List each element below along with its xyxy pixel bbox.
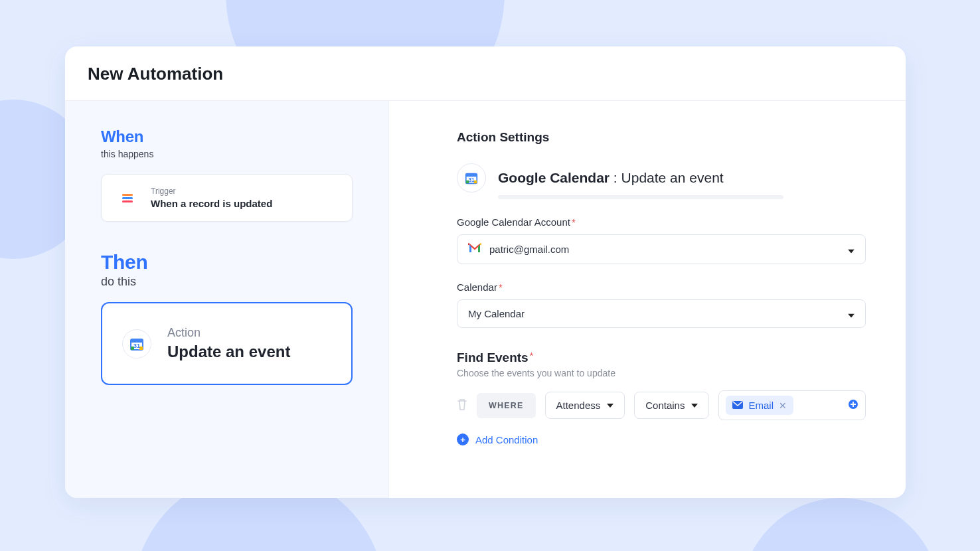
find-events-section: Find Events* Choose the events you want …: [457, 351, 866, 445]
trigger-card[interactable]: Trigger When a record is updated: [101, 174, 353, 222]
add-condition-label: Add Condition: [475, 434, 538, 445]
delete-condition-button[interactable]: [457, 398, 467, 413]
account-value: patric@gmail.com: [489, 244, 569, 255]
left-panel: When this happens Trigger When a record …: [65, 101, 389, 498]
condition-field-value: Attendess: [556, 400, 601, 411]
calendar-value: My Calendar: [468, 308, 525, 319]
gmail-icon: [468, 243, 481, 256]
svg-text:31: 31: [133, 343, 140, 349]
condition-row: WHERE Attendess Contains: [457, 390, 866, 420]
when-sub: this happens: [101, 149, 353, 159]
chevron-down-icon: [848, 244, 855, 255]
service-title: Google Calendar : Update an event: [498, 170, 724, 186]
calendar-label-text: Calendar: [457, 281, 497, 293]
page-title: New Automation: [88, 64, 883, 84]
service-row: 31 Google Calendar : Update an event: [457, 163, 866, 193]
required-marker: *: [499, 281, 503, 293]
google-calendar-icon: 31: [457, 163, 486, 193]
automation-card: New Automation When this happens: [65, 46, 906, 498]
account-select[interactable]: patric@gmail.com: [457, 234, 866, 264]
card-header: New Automation: [65, 46, 906, 101]
action-label: Action: [167, 326, 290, 340]
calendar-field-group: Calendar* My Calendar: [457, 281, 866, 328]
service-name: Google Calendar: [498, 170, 610, 185]
trigger-name: When a record is updated: [151, 198, 272, 209]
when-section: When this happens Trigger When a record …: [101, 127, 353, 222]
action-card[interactable]: 31 Action Update an event: [101, 302, 353, 385]
chevron-down-icon: [848, 308, 855, 319]
then-title: Then: [101, 251, 353, 274]
right-panel: Action Settings 31 Google Calendar : Upd…: [389, 101, 906, 498]
required-marker: *: [530, 351, 533, 361]
find-events-title: Find Events: [457, 351, 529, 365]
plus-icon: +: [457, 433, 469, 445]
where-label: WHERE: [477, 393, 536, 418]
google-calendar-icon: 31: [122, 329, 151, 358]
underline: [498, 195, 783, 199]
condition-field-select[interactable]: Attendess: [545, 392, 625, 419]
trigger-label: Trigger: [151, 187, 272, 196]
remove-tag-button[interactable]: ✕: [779, 400, 787, 411]
add-value-button[interactable]: [848, 399, 858, 412]
when-title: When: [101, 127, 353, 146]
email-tag-label: Email: [748, 400, 774, 411]
calendar-label: Calendar*: [457, 281, 866, 293]
email-tag[interactable]: Email ✕: [726, 396, 793, 415]
chevron-down-icon: [691, 404, 698, 408]
account-label-text: Google Calendar Account: [457, 216, 570, 228]
condition-operator-value: Contains: [645, 400, 685, 411]
then-section: Then do this 31 Action Up: [101, 251, 353, 385]
stackby-icon: [116, 187, 139, 209]
svg-rect-6: [466, 174, 477, 177]
then-sub: do this: [101, 275, 353, 289]
action-name: Update an event: [167, 343, 290, 361]
account-label: Google Calendar Account*: [457, 216, 866, 228]
action-settings-heading: Action Settings: [457, 130, 866, 145]
condition-operator-select[interactable]: Contains: [634, 392, 709, 419]
calendar-select[interactable]: My Calendar: [457, 299, 866, 328]
service-separator: :: [610, 170, 621, 185]
condition-value-input[interactable]: Email ✕: [718, 390, 866, 420]
required-marker: *: [572, 216, 576, 228]
svg-text:31: 31: [468, 177, 475, 183]
mail-icon: [732, 400, 743, 411]
find-events-hint: Choose the events you want to update: [457, 368, 866, 378]
add-condition-button[interactable]: + Add Condition: [457, 433, 866, 445]
service-action: Update an event: [621, 170, 724, 185]
decorative-blob: [741, 498, 940, 551]
chevron-down-icon: [607, 404, 613, 408]
account-field-group: Google Calendar Account* patric@gmail.co…: [457, 216, 866, 264]
